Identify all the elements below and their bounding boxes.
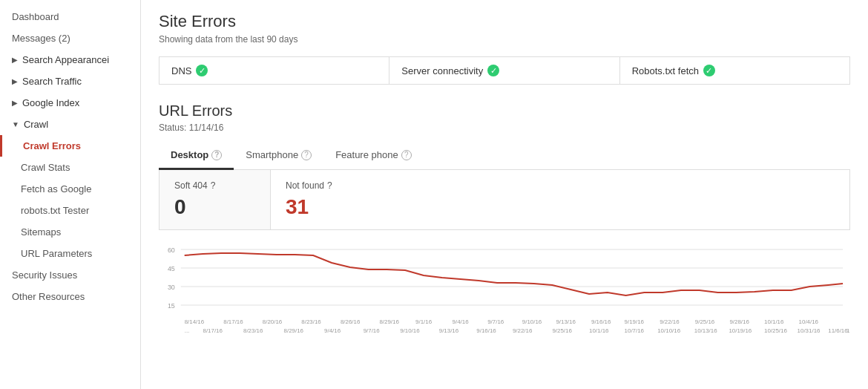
svg-text:10/1/16: 10/1/16 <box>764 318 784 325</box>
svg-text:9/13/16: 9/13/16 <box>439 327 459 334</box>
robots-fetch-status: Robots.txt fetch ✓ <box>620 57 849 84</box>
svg-text:9/7/16: 9/7/16 <box>364 327 381 334</box>
sidebar-item-search-traffic[interactable]: ▶ Search Traffic <box>0 71 140 92</box>
not-found-label: Not found ? <box>286 180 375 191</box>
sidebar-item-url-parameters[interactable]: URL Parameters <box>0 243 140 264</box>
svg-text:10/4/16: 10/4/16 <box>799 318 819 325</box>
svg-text:9/25/16: 9/25/16 <box>552 327 572 334</box>
sidebar-item-crawl-errors[interactable]: Crawl Errors <box>0 135 140 157</box>
sidebar-item-dashboard[interactable]: Dashboard <box>0 6 140 27</box>
svg-text:10/7/16: 10/7/16 <box>625 327 645 334</box>
svg-text:9/28/16: 9/28/16 <box>729 318 749 325</box>
feature-phone-help-icon: ? <box>401 150 412 160</box>
svg-text:8/20/16: 8/20/16 <box>263 318 283 325</box>
svg-text:...: ... <box>185 327 190 334</box>
svg-text:10/19/16: 10/19/16 <box>729 327 752 334</box>
svg-text:9/22/16: 9/22/16 <box>513 327 533 334</box>
arrow-icon: ▶ <box>12 77 18 85</box>
not-found-help-icon: ? <box>327 180 332 191</box>
svg-text:9/16/16: 9/16/16 <box>476 327 496 334</box>
svg-text:10/10/16: 10/10/16 <box>657 327 680 334</box>
sidebar: Dashboard Messages (2) ▶ Search Appearan… <box>0 0 141 389</box>
svg-text:10/1/16: 10/1/16 <box>589 327 609 334</box>
svg-text:8/29/16: 8/29/16 <box>379 318 399 325</box>
dns-check-icon: ✓ <box>196 65 208 76</box>
svg-text:10/31/16: 10/31/16 <box>798 327 821 334</box>
svg-text:9/10/16: 9/10/16 <box>522 318 542 325</box>
server-connectivity-label: Server connectivity <box>401 65 483 76</box>
svg-text:45: 45 <box>168 265 175 272</box>
tabs-container: Desktop ? Smartphone ? Feature phone ? <box>159 142 850 170</box>
svg-text:9/10/16: 9/10/16 <box>400 327 420 334</box>
sidebar-item-sitemaps[interactable]: Sitemaps <box>0 221 140 243</box>
arrow-icon: ▶ <box>12 56 18 64</box>
not-found-value: 31 <box>286 195 375 219</box>
sidebar-item-messages[interactable]: Messages (2) <box>0 27 140 49</box>
soft-404-value: 0 <box>174 195 255 219</box>
tab-desktop[interactable]: Desktop ? <box>159 142 234 170</box>
sidebar-item-robots-tester[interactable]: robots.txt Tester <box>0 200 140 221</box>
not-found-card: Not found ? 31 <box>271 170 389 229</box>
svg-text:9/13/16: 9/13/16 <box>556 318 576 325</box>
tab-feature-phone[interactable]: Feature phone ? <box>323 142 424 170</box>
sidebar-item-google-index[interactable]: ▶ Google Index <box>0 92 140 114</box>
svg-text:8/26/16: 8/26/16 <box>341 318 361 325</box>
arrow-icon: ▶ <box>12 99 18 107</box>
svg-text:10/25/16: 10/25/16 <box>764 327 787 334</box>
sidebar-item-crawl-stats[interactable]: Crawl Stats <box>0 157 140 178</box>
page-subtitle: Showing data from the last 90 days <box>159 34 850 45</box>
chart-area: 60 45 30 15 8/14/16 8/17/16 8/20/16 8/23… <box>159 242 850 339</box>
url-errors-status: Status: 11/14/16 <box>159 122 850 133</box>
svg-text:8/17/16: 8/17/16 <box>203 327 223 334</box>
svg-text:10/13/16: 10/13/16 <box>694 327 717 334</box>
dns-status: DNS ✓ <box>160 57 389 84</box>
svg-text:30: 30 <box>168 284 175 291</box>
svg-text:9/4/16: 9/4/16 <box>453 318 470 325</box>
arrow-down-icon: ▼ <box>12 120 19 128</box>
sidebar-item-crawl[interactable]: ▼ Crawl <box>0 114 140 135</box>
soft404-help-icon: ? <box>211 180 216 191</box>
svg-text:15: 15 <box>168 302 175 310</box>
robots-check-icon: ✓ <box>703 65 715 76</box>
url-errors-title: URL Errors <box>159 102 850 120</box>
info-icon: i <box>107 54 109 65</box>
main-content: Site Errors Showing data from the last 9… <box>141 0 868 389</box>
svg-text:8/23/16: 8/23/16 <box>301 318 321 325</box>
svg-text:60: 60 <box>168 246 175 254</box>
svg-text:9/4/16: 9/4/16 <box>324 327 341 334</box>
dns-label: DNS <box>171 65 191 76</box>
svg-text:8/29/16: 8/29/16 <box>284 327 304 334</box>
robots-fetch-label: Robots.txt fetch <box>632 65 699 76</box>
svg-text:8/14/16: 8/14/16 <box>185 318 205 325</box>
soft-404-card: Soft 404 ? 0 <box>160 170 271 229</box>
svg-text:11/12/16: 11/12/16 <box>846 327 850 334</box>
smartphone-help-icon: ? <box>301 150 312 160</box>
site-errors-row: DNS ✓ Server connectivity ✓ Robots.txt f… <box>159 56 850 85</box>
svg-text:9/1/16: 9/1/16 <box>415 318 433 325</box>
server-connectivity-status: Server connectivity ✓ <box>389 57 619 84</box>
svg-text:9/16/16: 9/16/16 <box>591 318 611 325</box>
sidebar-item-fetch-as-google[interactable]: Fetch as Google <box>0 178 140 200</box>
tab-smartphone[interactable]: Smartphone ? <box>234 142 323 170</box>
sidebar-item-security-issues[interactable]: Security Issues <box>0 264 140 286</box>
svg-text:8/23/16: 8/23/16 <box>243 327 263 334</box>
svg-text:9/22/16: 9/22/16 <box>660 318 680 325</box>
server-check-icon: ✓ <box>487 65 499 76</box>
svg-text:11/6/16: 11/6/16 <box>828 327 848 334</box>
stats-row: Soft 404 ? 0 Not found ? 31 <box>159 170 850 230</box>
sidebar-item-search-appearance[interactable]: ▶ Search Appearance i <box>0 49 140 71</box>
soft-404-label: Soft 404 ? <box>174 180 255 191</box>
desktop-help-icon: ? <box>211 150 222 160</box>
sidebar-item-other-resources[interactable]: Other Resources <box>0 286 140 307</box>
chart-svg: 60 45 30 15 8/14/16 8/17/16 8/20/16 8/23… <box>159 242 850 339</box>
svg-text:9/7/16: 9/7/16 <box>487 318 504 325</box>
svg-text:9/19/16: 9/19/16 <box>625 318 645 325</box>
svg-text:9/25/16: 9/25/16 <box>695 318 715 325</box>
svg-text:8/17/16: 8/17/16 <box>223 318 243 325</box>
page-title: Site Errors <box>159 12 850 31</box>
